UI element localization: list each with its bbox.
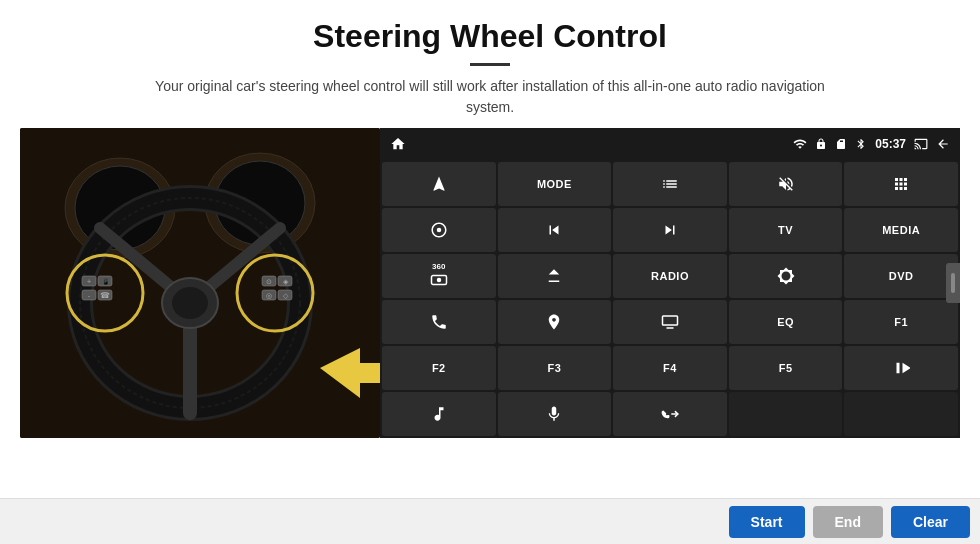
svg-text:+: + — [87, 278, 91, 285]
rb-settings[interactable] — [382, 208, 496, 252]
home-icon — [390, 136, 406, 152]
rb-vol-mute[interactable] — [729, 162, 843, 206]
rb-mode[interactable]: MODE — [498, 162, 612, 206]
rb-tv[interactable]: TV — [729, 208, 843, 252]
rb-f4[interactable]: F4 — [613, 346, 727, 390]
svg-text:☎: ☎ — [100, 291, 110, 300]
sd-card-icon — [835, 138, 847, 150]
end-button[interactable]: End — [813, 506, 883, 538]
rb-call[interactable] — [613, 392, 727, 436]
rb-navigation[interactable] — [498, 300, 612, 344]
rb-apps[interactable] — [844, 162, 958, 206]
svg-text:📱: 📱 — [102, 278, 110, 286]
rb-empty-2[interactable] — [844, 392, 958, 436]
radio-panel: 05:37 MODE — [380, 128, 960, 438]
wifi-icon — [793, 137, 807, 151]
back-icon — [936, 137, 950, 151]
rb-list[interactable] — [613, 162, 727, 206]
content-section: + - 📱 ☎ ⊙ ◈ ◎ ◇ — [0, 128, 980, 498]
clear-button[interactable]: Clear — [891, 506, 970, 538]
header-section: Steering Wheel Control Your original car… — [0, 0, 980, 128]
rb-navigate[interactable] — [382, 162, 496, 206]
page-container: Steering Wheel Control Your original car… — [0, 0, 980, 544]
statusbar-left — [390, 136, 406, 152]
scroll-handle[interactable] — [946, 263, 960, 303]
rb-f3[interactable]: F3 — [498, 346, 612, 390]
start-button[interactable]: Start — [729, 506, 805, 538]
rb-radio[interactable]: RADIO — [613, 254, 727, 298]
steering-wheel-image: + - 📱 ☎ ⊙ ◈ ◎ ◇ — [20, 128, 380, 438]
rb-play-pause[interactable] — [844, 346, 958, 390]
rb-dvd[interactable]: DVD — [844, 254, 958, 298]
rb-eject[interactable] — [498, 254, 612, 298]
rb-next[interactable] — [613, 208, 727, 252]
rb-360cam[interactable]: 360 — [382, 254, 496, 298]
statusbar-right: 05:37 — [793, 137, 950, 151]
radio-buttons-grid: MODE TV — [380, 160, 960, 438]
svg-point-34 — [437, 278, 442, 283]
bluetooth-icon — [855, 138, 867, 150]
rb-music[interactable] — [382, 392, 496, 436]
page-title: Steering Wheel Control — [40, 18, 940, 55]
rb-screen-mirror[interactable] — [613, 300, 727, 344]
svg-text:⊙: ⊙ — [266, 278, 272, 285]
title-divider — [470, 63, 510, 66]
bottom-bar: Start End Clear — [0, 498, 980, 544]
rb-brightness[interactable] — [729, 254, 843, 298]
svg-rect-35 — [662, 316, 677, 325]
lock-icon — [815, 138, 827, 150]
svg-text:◎: ◎ — [266, 292, 272, 299]
radio-statusbar: 05:37 — [380, 128, 960, 160]
rb-prev[interactable] — [498, 208, 612, 252]
rb-f1[interactable]: F1 — [844, 300, 958, 344]
subtitle-text: Your original car's steering wheel contr… — [150, 76, 830, 118]
status-time: 05:37 — [875, 137, 906, 151]
rb-phone[interactable] — [382, 300, 496, 344]
rb-f5[interactable]: F5 — [729, 346, 843, 390]
svg-point-32 — [437, 228, 442, 233]
cast-icon — [914, 137, 928, 151]
rb-media[interactable]: MEDIA — [844, 208, 958, 252]
rb-eq[interactable]: EQ — [729, 300, 843, 344]
rb-empty-1[interactable] — [729, 392, 843, 436]
rb-mic[interactable] — [498, 392, 612, 436]
svg-point-12 — [172, 287, 208, 319]
scroll-handle-inner — [951, 273, 955, 293]
rb-f2[interactable]: F2 — [382, 346, 496, 390]
